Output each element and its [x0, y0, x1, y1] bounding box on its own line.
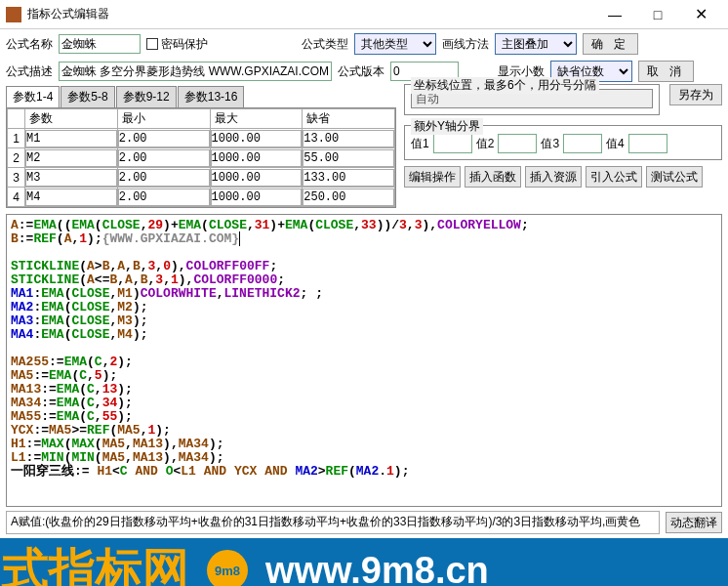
label-ver: 公式版本: [338, 63, 384, 80]
label-type: 公式类型: [302, 36, 348, 53]
v3-input[interactable]: [563, 134, 602, 153]
insres-button[interactable]: 插入资源: [525, 166, 582, 188]
pwd-checkbox[interactable]: 密码保护: [146, 36, 208, 53]
p3-max[interactable]: [211, 169, 303, 187]
label-desc: 公式描述: [6, 63, 53, 80]
coord-fieldset: 坐标线位置，最多6个，用分号分隔 自动: [404, 84, 660, 115]
maximize-button[interactable]: □: [636, 3, 679, 26]
minimize-button[interactable]: —: [593, 3, 636, 26]
code-editor[interactable]: A:=EMA((EMA(CLOSE,29)+EMA(CLOSE,31)+EMA(…: [6, 214, 722, 507]
label-v3: 值3: [541, 136, 559, 152]
p3-def[interactable]: [303, 169, 394, 187]
coord-legend: 坐标线位置，最多6个，用分号分隔: [411, 77, 599, 94]
p4-max[interactable]: [211, 188, 303, 206]
action-buttons: 编辑操作 插入函数 插入资源 引入公式 测试公式: [404, 166, 722, 188]
p3-min[interactable]: [118, 169, 210, 187]
banner-left: 式指标网: [2, 539, 189, 586]
v1-input[interactable]: [433, 134, 472, 153]
label-draw: 画线方法: [442, 36, 489, 53]
tab-params-5-8[interactable]: 参数5-8: [61, 86, 114, 107]
v2-input[interactable]: [498, 134, 537, 153]
cancel-button[interactable]: 取 消: [638, 61, 694, 82]
v4-input[interactable]: [628, 134, 667, 153]
table-row: 4: [8, 188, 395, 207]
p1-name[interactable]: [25, 130, 117, 147]
window-title: 指标公式编辑器: [27, 6, 593, 22]
status-text: A赋值:(收盘价的29日指数移动平均+收盘价的31日指数移动平均+收盘价的33日…: [6, 511, 660, 534]
p2-def[interactable]: [303, 149, 394, 167]
table-row: 1: [8, 129, 395, 148]
p1-def[interactable]: [303, 130, 394, 147]
name-input[interactable]: [59, 34, 141, 54]
checkbox-icon: [146, 38, 158, 50]
p2-max[interactable]: [211, 149, 303, 167]
close-button[interactable]: ✕: [679, 3, 722, 26]
col-param: 参数: [25, 109, 118, 129]
p4-name[interactable]: [25, 188, 117, 206]
p4-def[interactable]: [303, 188, 394, 206]
pwd-label: 密码保护: [161, 36, 208, 53]
editop-button[interactable]: 编辑操作: [404, 166, 461, 188]
table-row: 3: [8, 168, 395, 188]
param-table: 参数 最小 最大 缺省 1 2 3 4: [6, 108, 396, 208]
type-select[interactable]: 其他类型: [354, 33, 436, 55]
extra-y-legend: 额外Y轴分界: [411, 118, 483, 135]
table-row: 2: [8, 148, 395, 168]
label-v2: 值2: [476, 136, 495, 152]
col-max: 最大: [210, 109, 303, 129]
tab-params-1-4[interactable]: 参数1-4: [6, 86, 60, 107]
tab-params-9-12[interactable]: 参数9-12: [116, 86, 177, 107]
draw-select[interactable]: 主图叠加: [495, 33, 577, 55]
label-name: 公式名称: [6, 36, 53, 53]
p1-min[interactable]: [118, 130, 210, 147]
ok-button[interactable]: 确 定: [583, 33, 638, 55]
app-icon: [6, 7, 21, 22]
label-v4: 值4: [606, 136, 625, 152]
banner-url: www.9m8.cn: [265, 550, 489, 587]
import-button[interactable]: 引入公式: [586, 166, 642, 188]
banner-logo-icon: 9m8: [207, 550, 248, 586]
desc-input[interactable]: [59, 62, 332, 81]
row-name: 公式名称 密码保护 公式类型 其他类型 画线方法 主图叠加 确 定: [0, 29, 728, 57]
param-tabs: 参数1-4 参数5-8 参数9-12 参数13-16: [6, 86, 396, 108]
titlebar: 指标公式编辑器 — □ ✕: [0, 0, 728, 29]
saveas-button[interactable]: 另存为: [669, 84, 722, 105]
p1-max[interactable]: [211, 130, 303, 147]
insfn-button[interactable]: 插入函数: [465, 166, 521, 188]
autotr-button[interactable]: 动态翻译: [666, 512, 722, 533]
p4-min[interactable]: [118, 188, 210, 206]
label-v1: 值1: [411, 136, 429, 152]
row-desc: 公式描述 公式版本 显示小数 缺省位数 取 消: [0, 57, 728, 84]
footer-banner: 式指标网 9m8 www.9m8.cn: [0, 538, 728, 586]
p3-name[interactable]: [25, 169, 117, 187]
test-button[interactable]: 测试公式: [646, 166, 703, 188]
extra-y-fieldset: 额外Y轴分界 值1 值2 值3 值4: [404, 125, 722, 160]
p2-name[interactable]: [25, 149, 117, 167]
col-min: 最小: [117, 109, 210, 129]
status-row: A赋值:(收盘价的29日指数移动平均+收盘价的31日指数移动平均+收盘价的33日…: [0, 507, 728, 538]
tab-params-13-16[interactable]: 参数13-16: [178, 86, 245, 107]
p2-min[interactable]: [118, 149, 210, 167]
col-def: 缺省: [303, 109, 395, 129]
